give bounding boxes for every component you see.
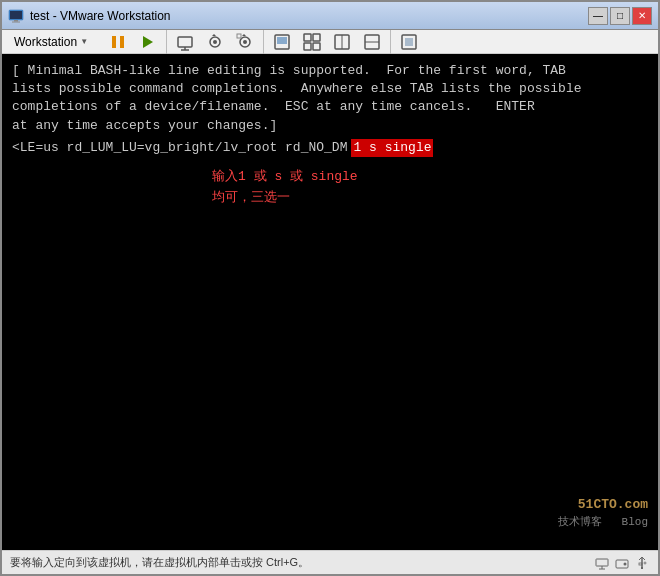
svg-rect-26 xyxy=(405,38,413,46)
sep1 xyxy=(166,30,167,54)
chinese-hint: 输入1 或 s 或 single 均可，三选一 xyxy=(212,167,648,209)
menu-bar: Workstation ▼ xyxy=(2,30,658,54)
minimize-button[interactable]: — xyxy=(588,7,608,25)
workstation-menu[interactable]: Workstation ▼ xyxy=(6,31,96,53)
watermark-blog: 技术博客 Blog xyxy=(558,515,648,530)
status-message: 要将输入定向到该虚拟机，请在虚拟机内部单击或按 Ctrl+G。 xyxy=(10,555,309,570)
svg-rect-37 xyxy=(641,567,643,569)
main-window: test - VMware Workstation — □ ✕ Workstat… xyxy=(0,0,660,576)
hint-line-2: 均可，三选一 xyxy=(212,188,648,209)
terminal: [ Minimal BASH-like line editing is supp… xyxy=(2,54,658,550)
svg-rect-5 xyxy=(120,36,124,48)
fullscreen-icon xyxy=(400,33,418,51)
workstation-label: Workstation xyxy=(14,35,77,49)
svg-rect-27 xyxy=(596,559,608,566)
snapshot-button[interactable] xyxy=(201,28,229,56)
fullscreen-button[interactable] xyxy=(395,28,423,56)
view3-icon xyxy=(333,33,351,51)
title-bar-controls: — □ ✕ xyxy=(588,7,652,25)
close-button[interactable]: ✕ xyxy=(632,7,652,25)
window-title: test - VMware Workstation xyxy=(30,9,170,23)
view1-button[interactable] xyxy=(268,28,296,56)
revert-icon xyxy=(236,33,254,51)
svg-marker-6 xyxy=(143,36,153,48)
sep2 xyxy=(263,30,264,54)
network-button[interactable] xyxy=(171,28,199,56)
vm-screen[interactable]: [ Minimal BASH-like line editing is supp… xyxy=(2,54,658,550)
view1-icon xyxy=(273,33,291,51)
blog-label: 技术博客 xyxy=(558,516,602,528)
prompt-before: <LE=us rd_LUM_LU=vg_bright/lv_root rd_NO… xyxy=(12,139,347,157)
status-icons xyxy=(594,555,650,571)
svg-point-36 xyxy=(644,562,646,564)
svg-rect-19 xyxy=(304,43,311,50)
status-bar: 要将输入定向到该虚拟机，请在虚拟机内部单击或按 Ctrl+G。 xyxy=(2,550,658,574)
svg-point-11 xyxy=(213,40,217,44)
svg-rect-3 xyxy=(12,21,20,22)
terminal-line-4: at any time accepts your changes.] xyxy=(12,117,648,135)
watermark-site: 51CTO.com xyxy=(558,496,648,514)
svg-rect-7 xyxy=(178,37,192,47)
svg-point-13 xyxy=(243,40,247,44)
svg-rect-16 xyxy=(277,37,287,44)
view4-button[interactable] xyxy=(358,28,386,56)
svg-rect-20 xyxy=(313,43,320,50)
vm-title-icon xyxy=(8,8,24,24)
svg-point-31 xyxy=(624,562,627,565)
play-icon xyxy=(139,33,157,51)
terminal-line-2: lists possible command completions. Anyw… xyxy=(12,80,648,98)
svg-rect-14 xyxy=(237,34,241,38)
view2-icon xyxy=(303,33,321,51)
svg-rect-18 xyxy=(313,34,320,41)
revert-button[interactable] xyxy=(231,28,259,56)
disk-status-icon xyxy=(614,555,630,571)
terminal-line-1: [ Minimal BASH-like line editing is supp… xyxy=(12,62,648,80)
title-bar: test - VMware Workstation — □ ✕ xyxy=(2,2,658,30)
usb-status-icon xyxy=(634,555,650,571)
svg-rect-2 xyxy=(14,20,18,22)
svg-rect-4 xyxy=(112,36,116,48)
network-status-icon xyxy=(594,555,610,571)
hint-line-1: 输入1 或 s 或 single xyxy=(212,167,648,188)
svg-rect-17 xyxy=(304,34,311,41)
prompt-highlight: 1 s single xyxy=(351,139,433,157)
title-bar-left: test - VMware Workstation xyxy=(8,8,170,24)
terminal-line-3: completions of a device/filename. ESC at… xyxy=(12,98,648,116)
svg-rect-1 xyxy=(10,11,22,19)
pause-icon xyxy=(109,33,127,51)
snapshot-icon xyxy=(206,33,224,51)
maximize-button[interactable]: □ xyxy=(610,7,630,25)
watermark: 51CTO.com 技术博客 Blog xyxy=(558,496,648,530)
view4-icon xyxy=(363,33,381,51)
menu-arrow: ▼ xyxy=(80,37,88,46)
blog-suffix: Blog xyxy=(622,516,648,528)
play-button[interactable] xyxy=(134,28,162,56)
sep3 xyxy=(390,30,391,54)
terminal-prompt: <LE=us rd_LUM_LU=vg_bright/lv_root rd_NO… xyxy=(12,139,648,157)
view3-button[interactable] xyxy=(328,28,356,56)
view2-button[interactable] xyxy=(298,28,326,56)
network-icon xyxy=(176,33,194,51)
pause-button[interactable] xyxy=(104,28,132,56)
